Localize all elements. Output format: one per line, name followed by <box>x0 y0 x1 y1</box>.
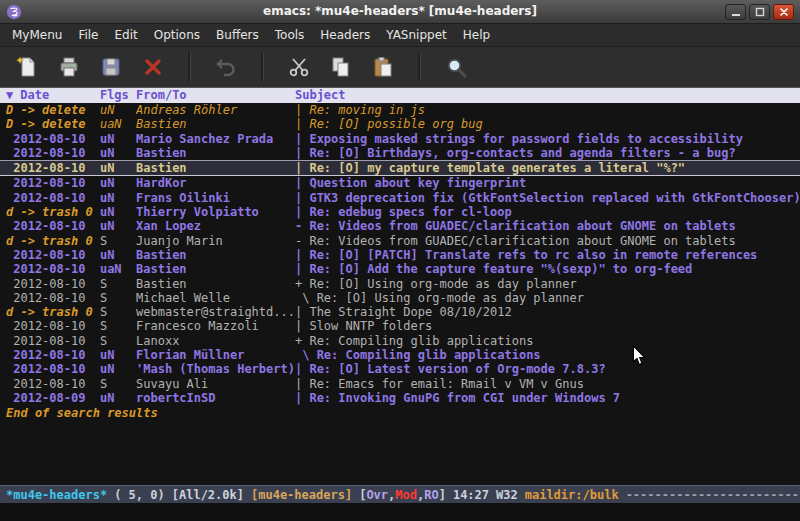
minimize-button[interactable] <box>725 4 746 20</box>
modeline-flag-mod: Mod <box>395 488 417 502</box>
message-row[interactable]: 2012-08-10SLanoxx+ Re: Compiling glib ap… <box>0 334 800 348</box>
message-mark: D -> delete <box>6 103 100 117</box>
message-row[interactable]: 2012-08-10uNXan Lopez- Re: Videos from G… <box>0 219 800 233</box>
titlebar[interactable]: emacs: *mu4e-headers* [mu4e-headers] <box>0 0 800 24</box>
toolbar <box>0 47 800 88</box>
save-icon <box>99 55 123 79</box>
message-row[interactable]: D -> deleteuaNBastien| Re: [O] possible … <box>0 117 800 131</box>
message-row[interactable]: d -> trash 0uNThierry Volpiatto| Re: ede… <box>0 205 800 219</box>
message-date: 2012-08-10 <box>6 319 100 333</box>
headers-buffer: ▼Date Flgs From/To Subject D -> deleteuN… <box>0 88 800 485</box>
column-header-flags[interactable]: Flgs <box>100 88 136 103</box>
message-from: Lanoxx <box>136 334 295 348</box>
message-from: Michael Welle <box>136 291 295 305</box>
menu-item-tools[interactable]: Tools <box>267 25 313 45</box>
message-date: 2012-08-10 <box>6 291 100 305</box>
message-flags: uN <box>100 103 136 117</box>
message-flags: S <box>100 277 136 291</box>
message-date: 2012-08-10 <box>6 146 100 160</box>
cut-button[interactable] <box>282 51 316 83</box>
message-from: Suvayu Ali <box>136 377 295 391</box>
modeline-maildir: maildir:/bulk <box>525 488 619 502</box>
copy-icon <box>329 55 353 79</box>
message-row[interactable]: 2012-08-10uNFlorian Müllner \ Re: Compil… <box>0 348 800 362</box>
save-button[interactable] <box>94 51 128 83</box>
modeline-flag-ovr: Ovr <box>366 488 388 502</box>
message-date: 2012-08-10 <box>6 161 100 175</box>
message-row[interactable]: 2012-08-10SSuvayu Ali| Re: Emacs for ema… <box>0 377 800 391</box>
message-row[interactable]: 2012-08-09uNrobertcInSD| Re: Invoking Gn… <box>0 391 800 405</box>
print-button[interactable] <box>52 51 86 83</box>
message-row-current[interactable]: 2012-08-10uNBastien| Re: [O] my capture … <box>0 160 800 176</box>
message-row[interactable]: 2012-08-10SBastien+ Re: [O] Using org-mo… <box>0 277 800 291</box>
message-row[interactable]: 2012-08-10SFrancesco Mazzoli| Slow NNTP … <box>0 319 800 333</box>
menu-bar: MyMenuFileEditOptionsBuffersToolsHeaders… <box>0 24 800 47</box>
message-from: Andreas Röhler <box>136 103 295 117</box>
message-row[interactable]: 2012-08-10uNHardKor| Question about key … <box>0 176 800 190</box>
message-date: 2012-08-10 <box>6 348 100 362</box>
message-date: 2012-08-09 <box>6 391 100 405</box>
message-from: Xan Lopez <box>136 219 295 233</box>
menu-item-help[interactable]: Help <box>455 25 498 45</box>
message-flags: uaN <box>100 262 136 276</box>
menu-item-headers[interactable]: Headers <box>312 25 378 45</box>
message-flags: S <box>100 334 136 348</box>
message-row[interactable]: 2012-08-10uN'Mash (Thomas Herbert)| Re: … <box>0 362 800 376</box>
message-flags: S <box>100 291 136 305</box>
modeline-position: ( 5, 0) <box>114 488 165 502</box>
message-from: webmaster@straightd... <box>136 305 295 319</box>
menu-item-buffers[interactable]: Buffers <box>208 25 267 45</box>
minimize-icon <box>731 7 741 17</box>
menu-item-edit[interactable]: Edit <box>107 25 146 45</box>
message-subject: | Re: [O] Birthdays, org-contacts and ag… <box>295 146 800 160</box>
modeline-time: 14:27 <box>453 488 489 502</box>
message-from: HardKor <box>136 176 295 190</box>
message-subject: | Re: [O] Latest version of Org-mode 7.8… <box>295 362 800 376</box>
message-row[interactable]: 2012-08-10uNBastien| Re: [O] [PATCH] Tra… <box>0 248 800 262</box>
menu-item-file[interactable]: File <box>70 25 106 45</box>
column-header-date[interactable]: ▼Date <box>6 88 100 103</box>
message-subject: + Re: Compiling glib applications <box>295 334 800 348</box>
message-subject: - Re: Videos from GUADEC/clarification a… <box>295 219 800 233</box>
message-mark: d -> trash 0 <box>6 205 100 219</box>
message-row[interactable]: 2012-08-10uNBastien| Re: [O] Birthdays, … <box>0 146 800 160</box>
undo-button <box>209 51 243 83</box>
column-header-from[interactable]: From/To <box>136 88 295 103</box>
message-flags: uaN <box>100 117 136 131</box>
modeline-frame: W32 <box>496 488 518 502</box>
message-subject: - Re: Videos from GUADEC/clarification a… <box>295 234 800 248</box>
message-subject: | Re: [O] my capture template generates … <box>295 161 800 175</box>
paste-button[interactable] <box>366 51 400 83</box>
mode-line[interactable]: *mu4e-headers* ( 5, 0) [All/2.0k] [mu4e-… <box>0 485 800 503</box>
message-flags: uN <box>100 161 136 175</box>
new-file-button[interactable] <box>10 51 44 83</box>
message-flags: uN <box>100 191 136 205</box>
close-button[interactable] <box>773 4 794 20</box>
message-subject: | Exposing masked strings for password f… <box>295 132 800 146</box>
minibuffer[interactable] <box>0 503 800 521</box>
emacs-icon <box>6 4 22 20</box>
message-row[interactable]: d -> trash 0Swebmaster@straightd...| The… <box>0 305 800 319</box>
message-flags: uN <box>100 348 136 362</box>
search-button[interactable] <box>439 51 473 83</box>
menu-item-mymenu[interactable]: MyMenu <box>4 25 70 45</box>
message-date: 2012-08-10 <box>6 132 100 146</box>
message-row[interactable]: 2012-08-10uaNBastien| Re: [O] Add the ca… <box>0 262 800 276</box>
message-flags: uN <box>100 132 136 146</box>
message-row[interactable]: 2012-08-10uNMario Sanchez Prada| Exposin… <box>0 132 800 146</box>
maximize-button[interactable] <box>749 4 770 20</box>
menu-item-yasnippet[interactable]: YASnippet <box>378 25 455 45</box>
message-flags: uN <box>100 176 136 190</box>
message-subject: | Question about key fingerprint <box>295 176 800 190</box>
toolbar-separator <box>261 53 264 81</box>
modeline-size: [All/2.0k] <box>172 488 244 502</box>
message-row[interactable]: 2012-08-10uNFrans Oilinki| GTK3 deprecat… <box>0 191 800 205</box>
menu-item-options[interactable]: Options <box>146 25 208 45</box>
message-row[interactable]: D -> deleteuNAndreas Röhler| Re: moving … <box>0 103 800 117</box>
message-row[interactable]: 2012-08-10SMichael Welle \ Re: [O] Using… <box>0 291 800 305</box>
close-button[interactable] <box>136 51 170 83</box>
column-header-subject[interactable]: Subject <box>295 88 800 103</box>
message-date: 2012-08-10 <box>6 277 100 291</box>
copy-button[interactable] <box>324 51 358 83</box>
message-row[interactable]: d -> trash 0SJuanjo Marin- Re: Videos fr… <box>0 234 800 248</box>
